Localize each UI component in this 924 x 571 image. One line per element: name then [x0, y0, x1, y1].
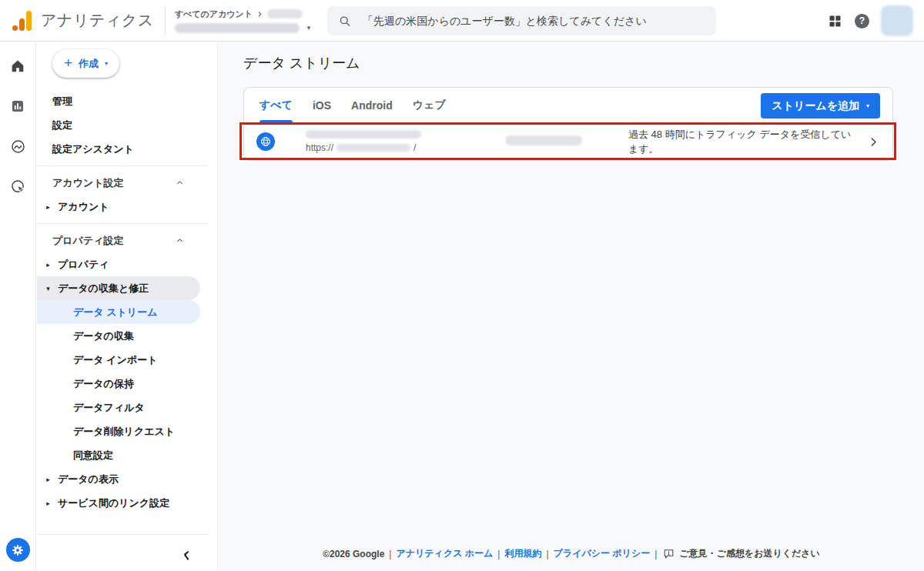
section-account-settings[interactable]: アカウント設定	[37, 171, 200, 195]
sidebar-item-data-collection-modification[interactable]: ▾ データの収集と修正	[37, 276, 200, 300]
stream-type-tabs: すべて iOS Android ウェブ ストリームを追加 ▾	[244, 88, 892, 123]
chevron-right-icon	[256, 11, 263, 18]
chevron-up-icon	[175, 235, 185, 245]
tab-ios[interactable]: iOS	[313, 88, 331, 122]
data-streams-card: すべて iOS Android ウェブ ストリームを追加 ▾	[243, 87, 893, 161]
tab-web[interactable]: ウェブ	[413, 88, 446, 122]
copyright-text: ©2026 Google	[323, 549, 384, 559]
header-actions: ?	[827, 5, 913, 36]
sidebar-item-property[interactable]: ▸ プロパティ	[37, 252, 200, 276]
sidebar-item-data-display[interactable]: ▸ データの表示	[37, 467, 200, 491]
main-content: データ ストリーム すべて iOS Android ウェブ ストリームを追加 ▾	[219, 42, 924, 571]
caret-right-icon: ▸	[44, 203, 52, 211]
sidebar-item-data-retention[interactable]: データの保持	[37, 372, 200, 396]
account-switcher-label: すべてのアカウント	[175, 8, 253, 20]
sidebar-item-setup-assistant[interactable]: 設定アシスタント	[37, 137, 200, 161]
tab-all[interactable]: すべて	[259, 88, 293, 122]
chevron-up-icon	[175, 178, 185, 188]
stream-row[interactable]: https:// / 過去 48 時間にトラフィック データを受信しています。	[244, 123, 892, 160]
icon-rail	[0, 42, 36, 571]
sidebar-item-data-collection[interactable]: データの収集	[37, 324, 200, 348]
sidebar-item-data-deletion-requests[interactable]: データ削除リクエスト	[37, 419, 200, 443]
redacted-stream-name	[306, 130, 421, 139]
top-bar: アナリティクス すべてのアカウント ▾ ?	[0, 0, 924, 42]
create-button[interactable]: + 作成 ▾	[52, 49, 119, 78]
sidebar-item-product-links[interactable]: ▸ サービス間のリンク設定	[37, 491, 200, 515]
admin-sidebar: + 作成 ▾ 管理 設定 設定アシスタント アカウント設定 ▸ アカウント	[37, 42, 218, 571]
sidebar-item-data-streams[interactable]: データ ストリーム	[37, 300, 200, 324]
caret-down-icon: ▾	[105, 60, 108, 67]
sidebar-item-settei[interactable]: 設定	[37, 113, 200, 137]
caret-right-icon: ▸	[44, 476, 52, 483]
caret-down-icon: ▾	[307, 25, 311, 32]
advertising-icon[interactable]	[2, 171, 33, 202]
home-icon[interactable]	[2, 51, 33, 82]
web-stream-globe-icon	[256, 132, 275, 151]
plus-icon: +	[64, 55, 72, 70]
apps-grid-icon[interactable]	[827, 13, 843, 29]
chevron-left-icon	[181, 549, 192, 561]
stream-status-text: 過去 48 時間にトラフィック データを受信しています。	[628, 127, 861, 157]
redacted-stream-url	[336, 144, 410, 152]
analytics-admin-page: アナリティクス すべてのアカウント ▾ ?	[0, 0, 924, 571]
caret-down-icon: ▾	[866, 102, 869, 109]
divider	[37, 223, 208, 224]
sidebar-item-data-filters[interactable]: データフィルタ	[37, 396, 200, 419]
app-title: アナリティクス	[41, 10, 154, 31]
admin-gear-icon[interactable]	[6, 538, 30, 562]
divider	[37, 534, 208, 535]
search-icon	[338, 14, 352, 28]
explore-icon[interactable]	[2, 131, 33, 162]
create-button-label: 作成	[79, 57, 99, 71]
reports-icon[interactable]	[2, 91, 33, 122]
caret-right-icon: ▸	[44, 499, 52, 507]
avatar[interactable]	[881, 5, 913, 36]
sidebar-item-kanri[interactable]: 管理	[37, 89, 200, 113]
sidebar-item-consent-settings[interactable]: 同意設定	[37, 443, 200, 467]
help-icon[interactable]: ?	[855, 14, 869, 28]
sidebar-item-data-import[interactable]: データ インポート	[37, 348, 200, 372]
stream-url: https:// /	[306, 142, 490, 153]
redacted-property-name	[175, 23, 300, 33]
footer-link-terms[interactable]: 利用規約	[504, 547, 541, 560]
redacted-account-name	[267, 9, 303, 18]
account-switcher[interactable]: すべてのアカウント ▾	[175, 8, 311, 33]
add-stream-button[interactable]: ストリームを追加 ▾	[761, 93, 880, 119]
footer-link-analytics-home[interactable]: アナリティクス ホーム	[396, 547, 493, 560]
footer-link-privacy[interactable]: プライバシー ポリシー	[554, 547, 651, 560]
analytics-logo-icon[interactable]	[12, 11, 32, 31]
search-input[interactable]	[361, 14, 705, 28]
page-title: データ ストリーム	[243, 54, 360, 72]
section-property-settings[interactable]: プロパティ設定	[37, 229, 200, 252]
search-bar[interactable]	[327, 6, 716, 35]
caret-right-icon: ▸	[44, 261, 52, 269]
caret-down-icon: ▾	[44, 285, 52, 292]
redacted-stream-id	[505, 135, 582, 145]
feedback-icon	[663, 548, 675, 559]
sidebar-item-account[interactable]: ▸ アカウント	[37, 195, 200, 219]
collapse-sidebar-button[interactable]	[181, 549, 192, 561]
header-divider	[165, 7, 166, 35]
divider	[37, 165, 208, 166]
footer: ©2026 Google | アナリティクス ホーム | 利用規約 | プライバ…	[219, 547, 924, 560]
feedback-link[interactable]: ご意見・ご感想をお送りください	[679, 547, 820, 560]
tab-android[interactable]: Android	[351, 88, 393, 122]
chevron-right-icon	[867, 135, 880, 149]
